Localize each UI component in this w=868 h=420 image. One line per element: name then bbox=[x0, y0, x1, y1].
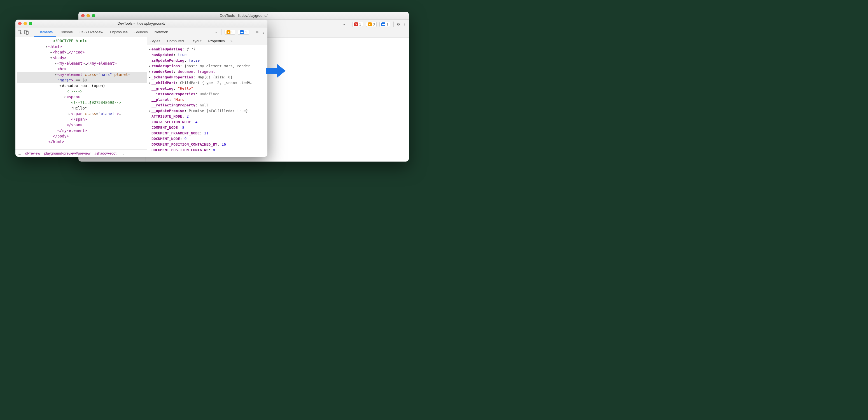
property-row[interactable]: ▸__updatePromise: Promise {<fulfilled>: … bbox=[149, 108, 266, 114]
more-tabs-icon[interactable]: » bbox=[341, 22, 347, 26]
main-toolbar: ElementsConsoleCSS OverviewLighthouseSou… bbox=[16, 27, 268, 37]
breadcrumb-overflow[interactable]: … bbox=[120, 151, 124, 155]
tab-lighthouse[interactable]: Lighthouse bbox=[106, 27, 131, 37]
svg-rect-5 bbox=[26, 31, 28, 34]
sidebar-properties: StylesComputedLayoutProperties» ▸enableU… bbox=[147, 37, 268, 157]
dom-node[interactable]: </my-element> bbox=[17, 128, 147, 133]
separator bbox=[32, 29, 32, 35]
dom-node[interactable]: </body> bbox=[17, 133, 147, 139]
more-subtabs-icon[interactable]: » bbox=[228, 39, 235, 43]
separator bbox=[349, 22, 349, 27]
dom-node[interactable]: <!--?lit$927534869$--> bbox=[17, 100, 147, 105]
properties-list[interactable]: ▸enableUpdating: ƒ () hasUpdated: true i… bbox=[147, 46, 268, 157]
inspect-icon[interactable] bbox=[17, 29, 23, 35]
warning-count: 3 bbox=[373, 22, 375, 26]
error-count: 1 bbox=[359, 22, 361, 26]
property-row[interactable]: ▸_$changedProperties: Map(0) {size: 0} bbox=[149, 74, 266, 80]
property-row[interactable]: __reflectingProperty: null bbox=[149, 102, 266, 108]
property-row[interactable]: ▸renderOptions: {host: my-element.mars, … bbox=[149, 63, 266, 69]
message-badge[interactable]: ▬1 bbox=[238, 30, 249, 35]
breadcrumb-item[interactable]: #shadow-root bbox=[94, 151, 117, 155]
dom-node[interactable]: ▾#shadow-root (open) bbox=[17, 83, 147, 88]
breadcrumb-overflow[interactable]: … bbox=[18, 151, 21, 155]
property-row[interactable]: CDATA_SECTION_NODE: 4 bbox=[149, 119, 266, 125]
subtab-computed[interactable]: Computed bbox=[163, 37, 187, 46]
property-row[interactable]: hasUpdated: true bbox=[149, 52, 266, 58]
tab-network[interactable]: Network bbox=[151, 27, 172, 37]
dom-node[interactable]: ▸<head>…</head> bbox=[17, 49, 147, 55]
tab-css-overview[interactable]: CSS Overview bbox=[76, 27, 107, 37]
separator bbox=[252, 29, 252, 35]
titlebar[interactable]: DevTools - lit.dev/playground/ bbox=[79, 12, 409, 20]
dom-node[interactable]: ▸<my-element>…</my-element> bbox=[17, 60, 147, 66]
error-badge[interactable]: ✕1 bbox=[352, 22, 363, 27]
property-row[interactable]: __greeting: "Hello" bbox=[149, 86, 266, 91]
dom-node[interactable]: ▾<body> bbox=[17, 55, 147, 60]
breadcrumb[interactable]: …dPreviewplayground-preview#preview#shad… bbox=[16, 150, 147, 157]
dom-node[interactable]: "Mars"> == $0 bbox=[17, 77, 147, 83]
dom-node[interactable]: <!----> bbox=[17, 88, 147, 94]
property-row[interactable]: __instanceProperties: undefined bbox=[149, 91, 266, 97]
dom-node[interactable]: <!DOCTYPE html> bbox=[17, 38, 147, 44]
subtab-properties[interactable]: Properties bbox=[205, 37, 228, 46]
breadcrumb-item[interactable]: playground-preview#preview bbox=[44, 151, 90, 155]
warning-count: 3 bbox=[231, 30, 234, 34]
message-count: 1 bbox=[245, 30, 247, 34]
more-tabs-icon[interactable]: » bbox=[213, 30, 219, 34]
settings-icon[interactable]: ⚙ bbox=[396, 22, 401, 26]
tab-sources[interactable]: Sources bbox=[131, 27, 151, 37]
dom-node[interactable]: ▾<html> bbox=[17, 44, 147, 49]
panel-tabs: ElementsConsoleCSS OverviewLighthouseSou… bbox=[34, 27, 212, 37]
dom-node[interactable]: </span> bbox=[17, 122, 147, 128]
dom-node[interactable]: ▾<span> bbox=[17, 94, 147, 100]
sidebar-tabs: StylesComputedLayoutProperties» bbox=[147, 37, 268, 46]
dom-node[interactable]: <hr> bbox=[17, 66, 147, 72]
elements-panel: <!DOCTYPE html> ▾<html> ▸<head>…</head> … bbox=[16, 37, 147, 157]
property-row[interactable]: DOCUMENT_POSITION_CONTAINS: 8 bbox=[149, 147, 266, 153]
subtab-layout[interactable]: Layout bbox=[187, 37, 205, 46]
devtools-window-front: DevTools - lit.dev/playground/ ElementsC… bbox=[16, 20, 268, 157]
property-row[interactable]: ATTRIBUTE_NODE: 2 bbox=[149, 114, 266, 119]
dom-node[interactable]: </html> bbox=[17, 139, 147, 145]
more-menu-icon[interactable]: ⋮ bbox=[402, 22, 407, 26]
dom-node[interactable]: </span> bbox=[17, 117, 147, 122]
more-menu-icon[interactable]: ⋮ bbox=[261, 30, 266, 34]
property-row[interactable]: __planet: "Mars" bbox=[149, 97, 266, 102]
dom-tree[interactable]: <!DOCTYPE html> ▾<html> ▸<head>…</head> … bbox=[16, 37, 147, 150]
tab-elements[interactable]: Elements bbox=[34, 27, 56, 37]
property-row[interactable]: DOCUMENT_POSITION_CONTAINED_BY: 16 bbox=[149, 142, 266, 147]
property-row[interactable]: COMMENT_NODE: 8 bbox=[149, 125, 266, 130]
dom-node[interactable]: ▾<my-element class="mars" planet= bbox=[17, 72, 147, 77]
dom-node[interactable]: "Hello" bbox=[17, 105, 147, 111]
property-row[interactable]: DOCUMENT_FRAGMENT_NODE: 11 bbox=[149, 130, 266, 136]
tab-console[interactable]: Console bbox=[56, 27, 76, 37]
window-title: DevTools - lit.dev/playground/ bbox=[16, 21, 268, 26]
message-count: 1 bbox=[386, 22, 389, 26]
property-row[interactable]: DOCUMENT_NODE: 9 bbox=[149, 136, 266, 142]
warning-badge[interactable]: ▲3 bbox=[366, 22, 377, 27]
separator bbox=[221, 29, 221, 35]
property-row[interactable]: ▸enableUpdating: ƒ () bbox=[149, 47, 266, 52]
device-toolbar-icon[interactable] bbox=[24, 29, 29, 35]
property-row[interactable]: ▸renderRoot: document-fragment bbox=[149, 69, 266, 74]
property-row[interactable]: ▸__childPart: ChildPart {type: 2, _$comm… bbox=[149, 80, 266, 86]
warning-badge[interactable]: ▲3 bbox=[224, 30, 236, 35]
titlebar[interactable]: DevTools - lit.dev/playground/ bbox=[16, 20, 268, 27]
subtab-styles[interactable]: Styles bbox=[147, 37, 163, 46]
property-row[interactable]: isUpdatePending: false bbox=[149, 58, 266, 63]
breadcrumb-item[interactable]: dPreview bbox=[25, 151, 40, 155]
window-title: DevTools - lit.dev/playground/ bbox=[79, 13, 409, 18]
dom-node[interactable]: ▸<span class="planet">… bbox=[17, 111, 147, 117]
settings-icon[interactable]: ⚙ bbox=[254, 30, 259, 34]
message-badge[interactable]: ▬1 bbox=[379, 22, 390, 27]
